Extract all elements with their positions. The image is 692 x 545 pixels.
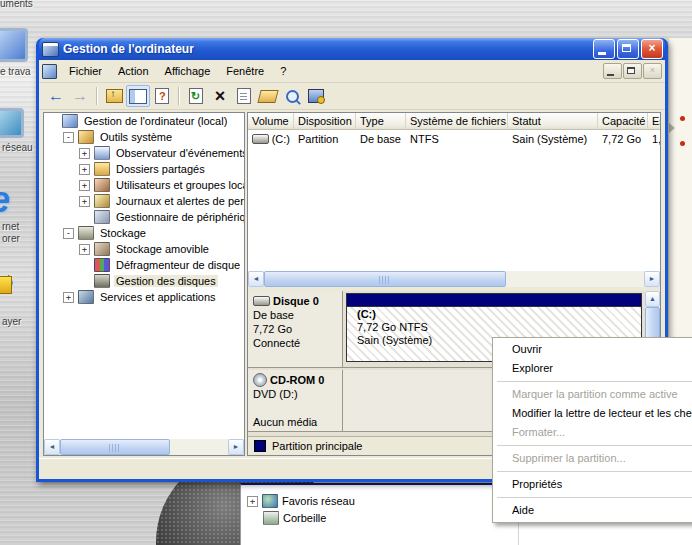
title-bar[interactable]: Gestion de l'ordinateur ×: [39, 38, 665, 60]
desktop-label-network[interactable]: réseau: [2, 142, 33, 153]
child-minimize-button[interactable]: [603, 63, 622, 79]
list-horizontal-scrollbar[interactable]: ◄ ►: [248, 271, 660, 287]
expand-icon[interactable]: +: [79, 148, 90, 159]
column-disposition[interactable]: Disposition: [294, 113, 356, 130]
tree-item-stockage[interactable]: - Stockage: [44, 225, 244, 241]
scroll-left-icon[interactable]: ◄: [248, 271, 264, 287]
child-close-button: ×: [643, 63, 662, 79]
tree-horizontal-scrollbar[interactable]: ◄ ►: [44, 439, 244, 455]
volume-icon: [252, 134, 269, 144]
scroll-right-icon[interactable]: ►: [644, 271, 660, 287]
refresh-button[interactable]: [184, 85, 208, 107]
menu-separator: [497, 497, 692, 498]
cell-espace: 1,8: [648, 133, 660, 145]
desktop-label-workstation[interactable]: e trava: [0, 66, 31, 77]
desktop-label-documents[interactable]: uments: [0, 0, 33, 9]
toolbar: [39, 83, 665, 110]
back-button[interactable]: [44, 85, 68, 107]
my-computer-icon[interactable]: [0, 28, 28, 62]
close-button[interactable]: ×: [641, 39, 663, 59]
tree-item-journaux[interactable]: + Journaux et alertes de perfo: [44, 193, 244, 209]
partition-details: 7,72 Go NTFS: [357, 321, 641, 334]
collapse-icon[interactable]: -: [63, 228, 74, 239]
scrollbar-thumb[interactable]: [264, 271, 506, 287]
disk0-name: Disque 0: [273, 294, 319, 308]
tree-item-gestionnaire-peripheriques[interactable]: Gestionnaire de périphérique: [44, 209, 244, 225]
menu-aide[interactable]: ?: [272, 62, 294, 80]
tree-item-root[interactable]: Gestion de l'ordinateur (local): [44, 113, 244, 129]
tree-item-label-selected: Gestion des disques: [114, 275, 218, 287]
tree-item-observateur[interactable]: + Observateur d'événements: [44, 145, 244, 161]
tree-item-dossiers-partages[interactable]: + Dossiers partagés: [44, 161, 244, 177]
expand-icon[interactable]: +: [79, 244, 90, 255]
minimize-button[interactable]: [593, 39, 615, 59]
open-button[interactable]: [256, 85, 280, 107]
explorer-item-favoris-reseau[interactable]: Favoris réseau: [282, 495, 355, 507]
network-places-icon[interactable]: [0, 108, 24, 138]
menu-fichier[interactable]: Fichier: [61, 62, 110, 80]
column-capacite[interactable]: Capacité: [598, 113, 648, 130]
maximize-button[interactable]: [617, 39, 639, 59]
desktop-label-internet-2[interactable]: orer: [2, 233, 20, 244]
column-type[interactable]: Type: [356, 113, 406, 130]
scrollbar-thumb[interactable]: [60, 439, 170, 455]
disk0-capacity: 7,72 Go: [253, 322, 337, 336]
tree-item-label: Outils système: [98, 131, 174, 143]
menu-item-marquer-active: Marquer la partition comme active: [495, 385, 692, 404]
menu-item-proprietes[interactable]: Propriétés: [495, 475, 692, 494]
column-volume[interactable]: Volume: [248, 113, 294, 130]
forward-icon: [72, 87, 88, 105]
menu-item-ouvrir[interactable]: Ouvrir: [495, 340, 692, 359]
disk0-label-box[interactable]: Disque 0 De base 7,72 Go Connecté: [248, 291, 343, 368]
delete-button[interactable]: [208, 85, 232, 107]
menu-action[interactable]: Action: [110, 62, 157, 80]
tree-item-gestion-des-disques[interactable]: Gestion des disques: [44, 273, 244, 289]
desktop-label-player[interactable]: ayer: [2, 316, 21, 327]
expand-icon[interactable]: +: [79, 196, 90, 207]
cdrom-name: CD-ROM 0: [270, 373, 324, 387]
tree-item-stockage-amovible[interactable]: + Stockage amovible: [44, 241, 244, 257]
properties-button[interactable]: [232, 85, 256, 107]
column-systeme-fichiers[interactable]: Système de fichiers: [406, 113, 508, 130]
collapse-icon[interactable]: -: [63, 132, 74, 143]
media-player-icon[interactable]: ♪: [2, 268, 15, 294]
scroll-left-icon[interactable]: ◄: [44, 439, 60, 455]
menu-fenetre[interactable]: Fenêtre: [218, 62, 272, 80]
tree-item-utilisateurs[interactable]: + Utilisateurs et groupes locaux: [44, 177, 244, 193]
tree-item-label: Observateur d'événements: [114, 147, 245, 159]
tree-item-services[interactable]: + Services et applications: [44, 289, 244, 305]
expand-icon[interactable]: +: [247, 496, 258, 507]
show-hide-tree-button[interactable]: [126, 85, 150, 107]
menu-separator: [497, 471, 692, 472]
tree-item-label: Dossiers partagés: [114, 163, 207, 175]
scroll-up-icon[interactable]: ▲: [645, 291, 660, 307]
desktop-label-internet-1[interactable]: rnet: [2, 221, 19, 232]
child-restore-button[interactable]: [623, 63, 642, 79]
red-mark-icon: [680, 141, 685, 146]
column-espace[interactable]: Esp: [648, 113, 660, 130]
forward-button[interactable]: [68, 85, 92, 107]
defragmenter-icon: [94, 258, 110, 272]
tree-item-outils-systeme[interactable]: - Outils système: [44, 129, 244, 145]
menu-item-aide[interactable]: Aide: [495, 501, 692, 520]
expand-icon[interactable]: +: [79, 180, 90, 191]
tree-item-defragmenteur[interactable]: Défragmenteur de disque: [44, 257, 244, 273]
scroll-right-icon[interactable]: ►: [228, 439, 244, 455]
menu-item-explorer[interactable]: Explorer: [495, 359, 692, 378]
delete-x-icon: [215, 86, 226, 107]
expand-icon[interactable]: +: [79, 164, 90, 175]
manage-button[interactable]: [304, 85, 328, 107]
menu-affichage[interactable]: Affichage: [157, 62, 219, 80]
expand-icon[interactable]: +: [63, 292, 74, 303]
column-statut[interactable]: Statut: [508, 113, 598, 130]
search-button[interactable]: [280, 85, 304, 107]
up-one-level-button[interactable]: [102, 85, 126, 107]
volume-row-c[interactable]: (C:) Partition De base NTFS Sain (Systèm…: [248, 130, 660, 147]
help-button[interactable]: [150, 85, 174, 107]
internet-explorer-icon[interactable]: e: [0, 182, 10, 218]
menu-item-modifier-lettre[interactable]: Modifier la lettre de lecteur et les che…: [495, 404, 692, 423]
gray-arrow-icon: [669, 123, 675, 133]
cdrom-label-box[interactable]: CD-ROM 0 DVD (D:) Aucun média: [248, 370, 343, 432]
explorer-item-corbeille[interactable]: Corbeille: [283, 512, 326, 524]
red-mark-icon: [680, 116, 685, 121]
